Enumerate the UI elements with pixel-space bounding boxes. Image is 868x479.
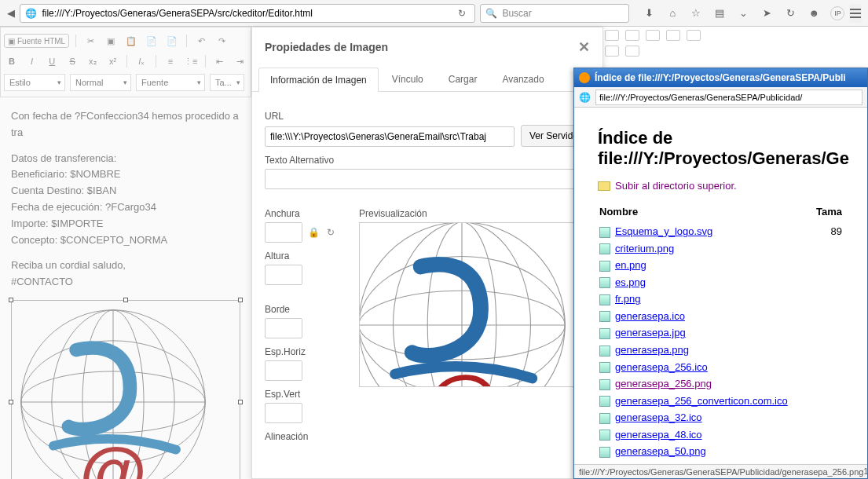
file-link[interactable]: generasepa_256.png xyxy=(615,378,712,389)
image-properties-dialog: Propiedades de Imagen ✕ Información de I… xyxy=(251,27,603,479)
vspace-input[interactable] xyxy=(265,403,302,423)
url-input[interactable] xyxy=(42,8,449,19)
selected-image[interactable]: @ xyxy=(11,300,240,479)
cut-icon[interactable]: ✂ xyxy=(82,33,98,49)
style-select[interactable]: Estilo xyxy=(4,74,65,91)
file-size xyxy=(813,410,842,426)
parent-dir-link[interactable]: Subir al directorio superior. xyxy=(598,180,844,192)
sup-icon[interactable]: x² xyxy=(105,53,121,69)
alt-input[interactable] xyxy=(265,169,590,189)
readinglist-icon[interactable]: ▤ xyxy=(712,6,727,20)
tab-advanced[interactable]: Avanzado xyxy=(490,67,555,91)
file-link[interactable]: generasepa.png xyxy=(615,344,689,356)
popup-url-input[interactable] xyxy=(595,90,863,105)
underline-icon[interactable]: U xyxy=(44,53,60,69)
send-icon[interactable]: ➤ xyxy=(760,6,774,20)
copy-icon[interactable]: ▣ xyxy=(103,33,119,49)
tab-upload[interactable]: Cargar xyxy=(437,67,489,91)
file-link[interactable]: criterium.png xyxy=(615,243,674,254)
format-select[interactable]: Normal xyxy=(70,74,131,91)
tool-icon[interactable] xyxy=(666,30,680,41)
right-toolbar xyxy=(605,30,701,57)
file-link[interactable]: generasepa_48.ico xyxy=(615,429,702,441)
italic-icon[interactable]: I xyxy=(24,53,40,69)
height-label: Altura xyxy=(265,250,343,261)
sync-icon[interactable]: ↻ xyxy=(783,6,797,20)
file-link[interactable]: generasepa_256.ico xyxy=(615,361,708,373)
font-select[interactable]: Fuente xyxy=(136,74,205,91)
file-icon xyxy=(599,413,610,424)
menu-button[interactable] xyxy=(849,4,862,23)
file-link[interactable]: fr.png xyxy=(615,293,641,305)
content-line: Con fecha de ?FConfeccion34 hemos proced… xyxy=(11,108,240,141)
file-row: generasepa_32.ico xyxy=(599,410,842,426)
tab-link[interactable]: Vínculo xyxy=(380,67,435,91)
file-size xyxy=(813,342,842,358)
undo-icon[interactable]: ↶ xyxy=(193,33,209,49)
file-link[interactable]: generasepa_32.ico xyxy=(615,411,702,423)
width-input[interactable] xyxy=(265,222,302,243)
url-input[interactable] xyxy=(265,126,515,147)
file-link[interactable]: generasepa_256_converticon.com.ico xyxy=(615,395,788,407)
status-bar: file:///Y:/Proyectos/Generas/GeneraSEPA/… xyxy=(574,464,867,478)
outdent-icon[interactable]: ⇤ xyxy=(212,53,228,69)
search-bar[interactable]: 🔍 Buscar xyxy=(480,4,629,23)
bookmark-icon[interactable]: ☆ xyxy=(689,6,703,20)
paste-icon[interactable]: 📋 xyxy=(123,33,139,49)
lock-icon[interactable]: 🔒 xyxy=(307,226,320,239)
redo-icon[interactable]: ↷ xyxy=(214,33,229,49)
reset-icon[interactable]: ↻ xyxy=(324,226,337,239)
paste-text-icon[interactable]: 📄 xyxy=(144,33,159,49)
file-link[interactable]: Esquema_y_logo.svg xyxy=(615,225,712,237)
popup-titlebar[interactable]: Índice de file:///Y:/Proyectos/Generas/G… xyxy=(574,68,867,87)
removeformat-icon[interactable]: Iₓ xyxy=(134,53,149,69)
col-size: Tama xyxy=(813,206,842,222)
ip-icon[interactable]: IP xyxy=(830,6,844,20)
strike-icon[interactable]: S xyxy=(64,53,80,69)
source-button[interactable]: ▣Fuente HTML xyxy=(4,34,69,48)
url-bar[interactable]: 🌐 ↻ xyxy=(20,4,475,23)
paste-word-icon[interactable]: 📄 xyxy=(164,33,180,49)
dialog-tabs: Información de Imagen Vínculo Cargar Ava… xyxy=(252,67,602,92)
file-row: criterium.png xyxy=(599,241,842,257)
file-link[interactable]: en.png xyxy=(615,259,646,271)
back-button[interactable]: ◀ xyxy=(6,5,15,22)
tool-icon[interactable] xyxy=(625,46,639,57)
file-icon xyxy=(599,227,610,238)
numlist-icon[interactable]: ≡ xyxy=(163,53,178,69)
preview-box: @ xyxy=(359,222,590,387)
alt-label: Texto Alternativo xyxy=(265,155,590,166)
height-input[interactable] xyxy=(265,265,302,285)
tool-icon[interactable] xyxy=(646,30,660,41)
size-select[interactable]: Ta... xyxy=(210,74,244,91)
tool-icon[interactable] xyxy=(687,30,701,41)
file-link[interactable]: es.png xyxy=(615,276,646,288)
file-link[interactable]: generasepa_50.png xyxy=(615,445,706,457)
file-row: Esquema_y_logo.svg89 xyxy=(599,224,842,240)
close-button[interactable]: ✕ xyxy=(578,38,590,56)
reload-button[interactable]: ↻ xyxy=(454,5,470,21)
chat-icon[interactable]: ☻ xyxy=(807,6,821,20)
home-icon[interactable]: ⌂ xyxy=(665,6,679,20)
file-link[interactable]: generasepa.ico xyxy=(615,310,685,322)
tool-icon[interactable] xyxy=(625,30,639,41)
indent-icon[interactable]: ⇥ xyxy=(232,53,247,69)
tool-icon[interactable] xyxy=(605,46,619,57)
hspace-input[interactable] xyxy=(265,360,302,381)
bulllist-icon[interactable]: ⋮≡ xyxy=(183,53,199,69)
download-icon[interactable]: ⬇ xyxy=(642,6,656,20)
file-row: generasepa_256_converticon.com.ico xyxy=(599,393,842,409)
border-input[interactable] xyxy=(265,318,302,338)
file-link[interactable]: generasepa.jpg xyxy=(615,327,686,338)
file-icon xyxy=(599,243,610,254)
file-size: 89 xyxy=(813,224,842,240)
editor-content[interactable]: Con fecha de ?FConfeccion34 hemos proced… xyxy=(0,97,251,479)
tool-icon[interactable] xyxy=(605,30,619,41)
file-size xyxy=(813,309,842,324)
pocket-icon[interactable]: ⌄ xyxy=(736,6,750,20)
sub-icon[interactable]: x₂ xyxy=(85,53,101,69)
tab-info[interactable]: Información de Imagen xyxy=(258,68,379,92)
file-icon xyxy=(599,396,610,407)
logo-image: @ xyxy=(15,304,211,479)
bold-icon[interactable]: B xyxy=(4,53,20,69)
